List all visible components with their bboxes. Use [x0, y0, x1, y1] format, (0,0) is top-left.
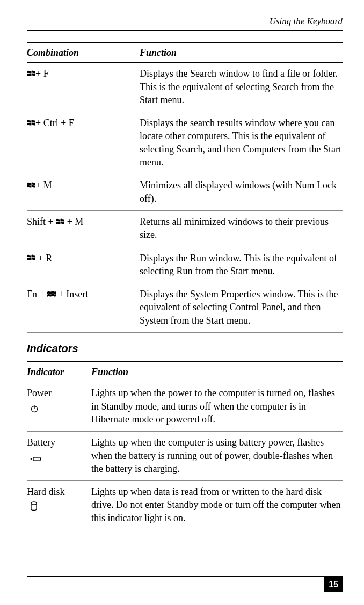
table-row: + R Displays the Run window. This is the…	[27, 247, 343, 284]
combo-cell: + R	[27, 252, 140, 278]
function-cell: Lights up when the power to the computer…	[91, 387, 343, 426]
function-cell: Lights up when the computer is using bat…	[91, 436, 343, 475]
power-icon	[30, 403, 39, 416]
function-cell: Minimizes all displayed windows (with Nu…	[140, 179, 343, 205]
windows-key-icon	[47, 288, 56, 301]
footer-rule	[27, 576, 343, 577]
table2-header-indicator: Indicator	[27, 366, 91, 378]
table-row: Battery Lights up when the computer is u…	[27, 432, 343, 481]
table-row: + M Minimizes all displayed windows (wit…	[27, 174, 343, 211]
indicator-cell: Hard disk	[27, 485, 91, 524]
table-row: Power Lights up when the power to the co…	[27, 382, 343, 432]
table1-header-combination: Combination	[27, 46, 140, 59]
svg-rect-2	[33, 457, 40, 461]
combo-cell: Fn + + Insert	[27, 288, 140, 327]
page-header: Using the Keyboard	[27, 16, 343, 31]
function-cell: Lights up when data is read from or writ…	[91, 485, 343, 524]
indicator-cell: Power	[27, 387, 91, 426]
table-row: Shift + + M Returns all minimized window…	[27, 211, 343, 247]
windows-key-icon	[27, 117, 35, 130]
table2-header-function: Function	[91, 366, 343, 378]
table-row: Fn + + Insert Displays the System Proper…	[27, 283, 343, 333]
table1-header-row: Combination Function	[27, 42, 343, 63]
windows-key-icon	[27, 252, 35, 265]
svg-point-4	[31, 502, 37, 505]
combo-text: + M	[35, 180, 52, 191]
function-cell: Displays the search results window where…	[140, 116, 343, 169]
combo-text: + M	[64, 216, 83, 227]
svg-rect-3	[40, 458, 41, 460]
combo-text: + Insert	[56, 289, 88, 300]
table-row: + F Displays the Search window to find a…	[27, 63, 343, 112]
combo-cell: + F	[27, 67, 140, 106]
indicator-cell: Battery	[27, 436, 91, 475]
combo-text: + R	[35, 253, 52, 264]
table-row: + Ctrl + F Displays the search results w…	[27, 112, 343, 174]
combo-text: + F	[35, 68, 49, 79]
function-cell: Displays the Run window. This is the equ…	[140, 252, 343, 278]
table-row: Hard disk Lights up when data is read fr…	[27, 481, 343, 530]
function-cell: Displays the System Properties window. T…	[140, 288, 343, 327]
combo-cell: + M	[27, 179, 140, 205]
indicators-heading: Indicators	[27, 342, 343, 355]
harddisk-icon	[30, 501, 38, 514]
indicator-label: Hard disk	[27, 485, 91, 498]
battery-icon	[30, 453, 42, 465]
page-number: 15	[324, 577, 343, 592]
windows-key-icon	[56, 216, 64, 229]
indicator-label: Battery	[27, 436, 91, 449]
combo-cell: + Ctrl + F	[27, 116, 140, 169]
function-cell: Displays the Search window to find a fil…	[140, 67, 343, 106]
combo-text: + Ctrl + F	[35, 118, 74, 128]
table1-header-function: Function	[140, 46, 343, 59]
combo-prefix: Shift +	[27, 216, 56, 227]
indicator-label: Power	[27, 387, 91, 399]
function-cell: Returns all minimized windows to their p…	[140, 215, 343, 242]
table2-header-row: Indicator Function	[27, 361, 343, 382]
windows-key-icon	[27, 179, 35, 192]
combo-prefix: Fn +	[27, 289, 47, 300]
combo-cell: Shift + + M	[27, 215, 140, 242]
windows-key-icon	[27, 68, 35, 81]
